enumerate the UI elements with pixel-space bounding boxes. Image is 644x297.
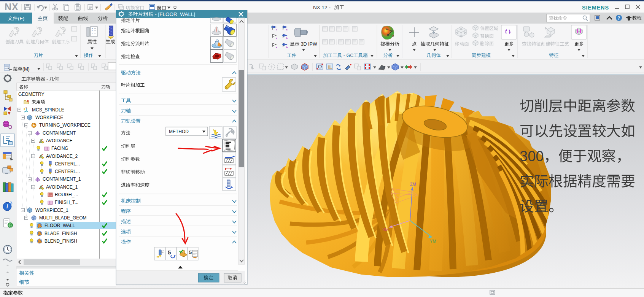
svg-text:CENTERL...: CENTERL... <box>55 161 80 167</box>
svg-text:NX 12 -: NX 12 - <box>313 5 331 10</box>
svg-text:AVOIDANCE_1: AVOIDANCE_1 <box>46 184 78 190</box>
svg-text:?: ? <box>617 16 620 21</box>
svg-text:CONTAINMENT: CONTAINMENT <box>43 130 76 136</box>
svg-text:AVOIDANCE: AVOIDANCE <box>46 138 73 143</box>
svg-text:CENTERL...: CENTERL... <box>55 169 80 174</box>
svg-text:MULTI_BLADE_GEOM: MULTI_BLADE_GEOM <box>39 215 86 221</box>
svg-text:(F): (F) <box>18 16 24 21</box>
svg-text:- [FLOOR_WALL]: - [FLOOR_WALL] <box>154 11 196 17</box>
svg-text:ZM: ZM <box>410 182 416 186</box>
svg-text:AVOIDANCE_2: AVOIDANCE_2 <box>46 154 78 159</box>
svg-text:WORKPIECE_1: WORKPIECE_1 <box>35 208 68 213</box>
svg-text:BLADE_FINISH: BLADE_FINISH <box>45 231 77 236</box>
svg-text:FACING: FACING <box>51 146 68 151</box>
svg-text:NX: NX <box>5 2 19 12</box>
svg-text:YM: YM <box>430 239 436 243</box>
svg-text:GEOMETRY: GEOMETRY <box>18 92 44 97</box>
svg-text:XM: XM <box>382 227 389 232</box>
svg-text:ROUGH_...: ROUGH_... <box>55 192 78 197</box>
svg-text:5: 5 <box>168 249 171 256</box>
svg-text:TURNING_WORKPIECE: TURNING_WORKPIECE <box>39 122 91 128</box>
svg-text:- GC: - GC <box>342 53 353 58</box>
svg-text:300: 300 <box>520 148 544 164</box>
svg-text:METHOD: METHOD <box>169 129 189 134</box>
svg-text:FLOOR_WALL: FLOOR_WALL <box>45 223 75 228</box>
svg-text:BLEND_FINISH: BLEND_FINISH <box>45 238 77 244</box>
svg-text:CONTAINMENT_1: CONTAINMENT_1 <box>43 176 81 182</box>
svg-text:FINISH_T...: FINISH_T... <box>55 200 78 205</box>
svg-text:(M): (M) <box>22 67 30 72</box>
svg-text:SIEMENS: SIEMENS <box>582 5 609 11</box>
svg-text:WORKPIECE: WORKPIECE <box>35 115 63 120</box>
svg-text:3D IPW: 3D IPW <box>299 41 317 47</box>
svg-text:5: 5 <box>189 249 192 255</box>
svg-text:-: - <box>45 76 49 82</box>
svg-text:MCS_SPINDLE: MCS_SPINDLE <box>32 107 64 113</box>
